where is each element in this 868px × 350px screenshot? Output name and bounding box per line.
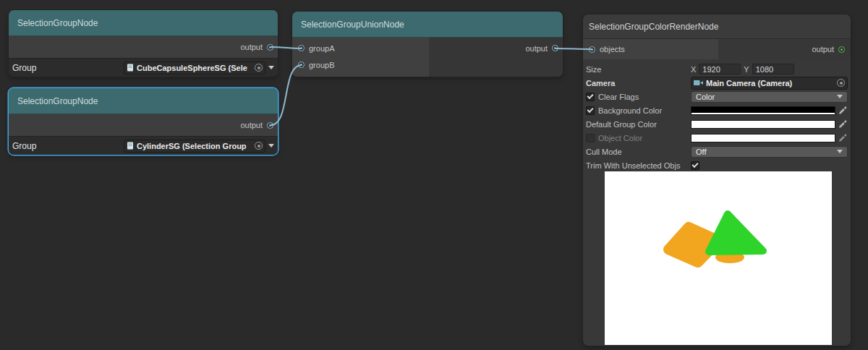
camera-object-value: Main Camera (Camera): [706, 79, 834, 88]
selection-group-asset-icon: [127, 142, 134, 150]
object-picker-icon[interactable]: [255, 64, 263, 72]
background-color-swatch[interactable]: [691, 106, 835, 115]
groupB-port-label: groupB: [309, 61, 334, 69]
camera-object-field[interactable]: Main Camera (Camera): [691, 77, 848, 90]
output-port-row: output: [9, 114, 278, 136]
objects-port[interactable]: [589, 46, 595, 53]
node-title: SelectionGroupNode: [17, 18, 98, 28]
clear-flags-dropdown[interactable]: Color: [691, 91, 848, 103]
object-color-label: Object Color: [598, 134, 642, 142]
groupA-port-label: groupA: [309, 44, 334, 53]
output-port-label: output: [812, 45, 834, 54]
clear-flags-checkbox[interactable]: [586, 93, 595, 101]
group-field-label: Group: [12, 141, 36, 151]
output-port-row: output: [812, 45, 851, 54]
output-port-label: output: [240, 43, 263, 51]
camera-icon: [694, 80, 703, 86]
chevron-down-icon: [837, 95, 843, 98]
chevron-down-icon[interactable]: [268, 66, 274, 69]
node-title: SelectionGroupUnionNode: [301, 20, 404, 30]
output-port-label: output: [525, 44, 548, 53]
node-header[interactable]: SelectionGroupNode: [9, 10, 278, 36]
background-color-checkbox[interactable]: [586, 106, 595, 115]
default-group-color-row: Default Group Color: [586, 117, 849, 131]
cull-mode-row: Cull Mode Off: [586, 145, 849, 158]
group-object-field[interactable]: CylinderSG (Selection Group: [124, 140, 265, 153]
group-object-field[interactable]: CubeCapsuleSphereSG (Sele: [124, 61, 265, 74]
eyedropper-icon[interactable]: [838, 133, 848, 142]
size-y-input[interactable]: [752, 64, 794, 74]
node-body: groupA groupB output: [292, 38, 563, 77]
size-y-label: Y: [744, 65, 749, 74]
size-x-input[interactable]: [699, 64, 741, 74]
eyedropper-icon[interactable]: [838, 119, 848, 129]
trim-label: Trim With Unselected Objs: [586, 161, 680, 170]
node-properties: Size X Y Camera Main Camera (Camera): [583, 59, 851, 172]
groupB-port[interactable]: [298, 61, 305, 68]
output-port[interactable]: [838, 46, 845, 53]
node-selection-group-union[interactable]: SelectionGroupUnionNode groupA groupB ou…: [292, 12, 563, 77]
objects-port-row: objects: [583, 45, 812, 54]
input-port-row-groupB: groupB: [292, 56, 563, 73]
group-object-value: CubeCapsuleSphereSG (Sele: [137, 64, 252, 72]
node-graph-canvas[interactable]: SelectionGroupNode output Group CubeCaps…: [0, 0, 868, 350]
port-row: objects output: [583, 39, 851, 59]
size-label: Size: [586, 65, 601, 74]
object-color-row: Object Color: [586, 131, 849, 145]
trim-checkbox[interactable]: [691, 161, 699, 170]
default-group-color-swatch[interactable]: [691, 120, 835, 129]
output-port-label: output: [240, 121, 263, 129]
node-title: SelectionGroupColorRenderNode: [589, 22, 718, 32]
render-preview-image: [605, 171, 832, 345]
background-color-row: Background Color: [586, 103, 849, 117]
size-x-label: X: [691, 65, 696, 74]
chevron-down-icon[interactable]: [268, 144, 274, 148]
camera-row: Camera Main Camera (Camera): [586, 76, 849, 90]
node-header[interactable]: SelectionGroupUnionNode: [292, 12, 563, 38]
object-picker-icon[interactable]: [255, 142, 263, 150]
camera-label: Camera: [586, 79, 615, 88]
size-row: Size X Y: [586, 62, 849, 76]
node-selection-group-1[interactable]: SelectionGroupNode output Group CubeCaps…: [9, 10, 278, 77]
object-picker-icon[interactable]: [837, 79, 845, 87]
clear-flags-label: Clear Flags: [598, 93, 639, 101]
background-color-label: Background Color: [598, 106, 662, 115]
group-field-label: Group: [12, 63, 36, 73]
clear-flags-row: Clear Flags Color: [586, 90, 849, 103]
default-group-color-label: Default Group Color: [586, 120, 657, 129]
group-field-row: Group CubeCapsuleSphereSG (Sele: [9, 58, 278, 77]
output-port-row: output: [525, 40, 558, 56]
cull-mode-dropdown[interactable]: Off: [691, 146, 848, 158]
output-port[interactable]: [267, 44, 273, 51]
cull-mode-value: Off: [696, 148, 706, 156]
groupA-port[interactable]: [298, 45, 305, 51]
selection-group-asset-icon: [127, 64, 134, 72]
cull-mode-label: Cull Mode: [586, 148, 622, 156]
clear-flags-value: Color: [696, 93, 715, 101]
objects-port-label: objects: [600, 45, 625, 54]
object-color-checkbox[interactable]: [586, 134, 595, 142]
node-title: SelectionGroupNode: [17, 96, 98, 106]
node-header[interactable]: SelectionGroupColorRenderNode: [583, 14, 851, 39]
output-port[interactable]: [267, 122, 273, 129]
node-selection-group-color-render[interactable]: SelectionGroupColorRenderNode objects ou…: [583, 14, 851, 346]
node-header[interactable]: SelectionGroupNode: [9, 88, 278, 114]
input-port-row-groupA: groupA: [292, 40, 563, 56]
output-port-row: output: [9, 36, 278, 58]
eyedropper-icon[interactable]: [838, 106, 848, 115]
node-selection-group-2[interactable]: SelectionGroupNode output Group Cylinder…: [9, 88, 278, 155]
chevron-down-icon: [837, 150, 843, 153]
trim-row: Trim With Unselected Objs: [586, 158, 849, 172]
group-field-row: Group CylinderSG (Selection Group: [9, 136, 278, 155]
group-object-value: CylinderSG (Selection Group: [137, 142, 252, 150]
output-port[interactable]: [552, 45, 558, 51]
object-color-swatch[interactable]: [691, 134, 835, 142]
